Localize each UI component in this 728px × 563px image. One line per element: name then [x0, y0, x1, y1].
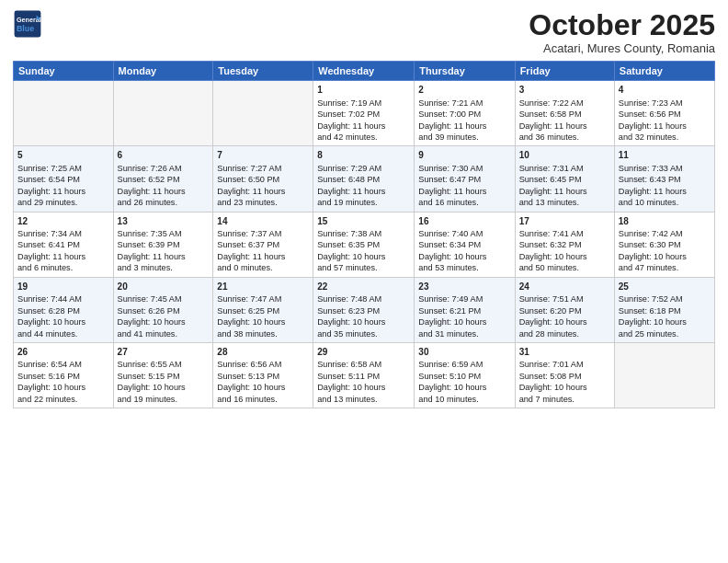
header: General Blue October 2025 Acatari, Mures… [13, 9, 715, 55]
day-info: Sunrise: 7:37 AM [217, 228, 309, 239]
calendar-day: 1Sunrise: 7:19 AMSunset: 7:02 PMDaylight… [313, 81, 415, 146]
day-info: Sunrise: 7:40 AM [418, 228, 510, 239]
day-info: Sunset: 6:45 PM [519, 174, 610, 185]
day-info: Daylight: 11 hours [217, 251, 309, 262]
day-info: Sunset: 6:52 PM [118, 174, 210, 185]
day-info: Sunrise: 7:48 AM [317, 293, 410, 304]
day-info: Daylight: 10 hours [418, 382, 510, 393]
day-number: 27 [118, 346, 210, 359]
day-info: and 16 minutes. [217, 394, 309, 405]
calendar-day: 4Sunrise: 7:23 AMSunset: 6:56 PMDaylight… [614, 81, 714, 146]
calendar: SundayMondayTuesdayWednesdayThursdayFrid… [13, 61, 715, 408]
calendar-day: 13Sunrise: 7:35 AMSunset: 6:39 PMDayligh… [113, 212, 213, 277]
day-number: 15 [317, 215, 410, 228]
day-number: 2 [418, 84, 510, 97]
calendar-day: 7Sunrise: 7:27 AMSunset: 6:50 PMDaylight… [213, 146, 313, 212]
header-day: Saturday [614, 62, 714, 81]
calendar-day: 2Sunrise: 7:21 AMSunset: 7:00 PMDaylight… [415, 81, 515, 146]
header-day: Thursday [415, 62, 515, 81]
day-number: 28 [217, 346, 309, 359]
day-info: Sunset: 6:54 PM [17, 174, 109, 185]
day-info: Sunset: 6:28 PM [17, 305, 109, 316]
day-info: and 38 minutes. [217, 328, 309, 339]
day-info: Sunset: 6:32 PM [519, 239, 610, 250]
calendar-day: 19Sunrise: 7:44 AMSunset: 6:28 PMDayligh… [14, 277, 114, 342]
day-number: 9 [418, 149, 510, 162]
day-info: Sunset: 6:26 PM [118, 305, 210, 316]
day-info: Sunset: 6:30 PM [619, 239, 711, 250]
day-info: Daylight: 11 hours [317, 121, 410, 132]
day-info: Sunset: 7:00 PM [418, 109, 510, 120]
day-info: Sunrise: 7:45 AM [118, 293, 210, 304]
day-info: Sunset: 6:18 PM [619, 305, 711, 316]
day-number: 12 [17, 215, 109, 228]
day-info: Sunset: 5:15 PM [118, 371, 210, 382]
day-info: Daylight: 10 hours [317, 382, 410, 393]
day-info: and 57 minutes. [317, 262, 410, 273]
day-info: Sunset: 6:56 PM [619, 109, 711, 120]
day-info: Sunset: 6:23 PM [317, 305, 410, 316]
day-info: Sunrise: 7:01 AM [519, 359, 610, 370]
day-info: Sunrise: 6:59 AM [418, 359, 510, 370]
day-number: 11 [619, 149, 711, 162]
day-info: Sunrise: 7:49 AM [418, 293, 510, 304]
day-info: and 28 minutes. [519, 328, 610, 339]
svg-text:Blue: Blue [17, 24, 34, 33]
day-info: Sunset: 6:25 PM [217, 305, 309, 316]
day-number: 16 [418, 215, 510, 228]
day-info: Sunrise: 7:26 AM [118, 163, 210, 174]
empty-day [113, 81, 213, 146]
day-number: 22 [317, 281, 410, 293]
day-info: and 53 minutes. [418, 262, 510, 273]
day-info: and 19 minutes. [317, 197, 410, 208]
day-info: Sunrise: 7:47 AM [217, 293, 309, 304]
day-info: Daylight: 11 hours [619, 121, 711, 132]
day-info: and 26 minutes. [118, 197, 210, 208]
day-info: and 23 minutes. [217, 197, 309, 208]
day-number: 4 [619, 84, 711, 97]
day-info: Daylight: 10 hours [418, 316, 510, 327]
day-number: 30 [418, 346, 510, 359]
calendar-day: 21Sunrise: 7:47 AMSunset: 6:25 PMDayligh… [213, 277, 313, 342]
day-number: 19 [17, 281, 109, 293]
empty-day [614, 342, 714, 408]
day-info: Sunrise: 7:44 AM [17, 293, 109, 304]
day-info: and 41 minutes. [118, 328, 210, 339]
day-info: Daylight: 10 hours [17, 316, 109, 327]
day-info: Sunset: 6:50 PM [217, 174, 309, 185]
header-day: Wednesday [313, 62, 415, 81]
logo: General Blue [13, 9, 42, 39]
calendar-day: 23Sunrise: 7:49 AMSunset: 6:21 PMDayligh… [415, 277, 515, 342]
day-info: and 22 minutes. [17, 394, 109, 405]
day-info: Sunrise: 7:42 AM [619, 228, 711, 239]
day-info: and 29 minutes. [17, 197, 109, 208]
month-title: October 2025 [529, 9, 715, 41]
day-info: and 13 minutes. [317, 394, 410, 405]
day-number: 3 [519, 84, 610, 97]
day-info: and 36 minutes. [519, 132, 610, 143]
day-info: Sunrise: 7:25 AM [17, 163, 109, 174]
day-info: Sunrise: 6:56 AM [217, 359, 309, 370]
day-info: Sunset: 7:02 PM [317, 109, 410, 120]
title-block: October 2025 Acatari, Mures County, Roma… [529, 9, 715, 55]
day-info: and 6 minutes. [17, 262, 109, 273]
calendar-day: 24Sunrise: 7:51 AMSunset: 6:20 PMDayligh… [515, 277, 614, 342]
week-row: 5Sunrise: 7:25 AMSunset: 6:54 PMDaylight… [14, 146, 715, 212]
day-info: Sunset: 5:08 PM [519, 371, 610, 382]
day-info: Daylight: 11 hours [217, 186, 309, 197]
calendar-day: 3Sunrise: 7:22 AMSunset: 6:58 PMDaylight… [515, 81, 614, 146]
day-info: Sunrise: 7:23 AM [619, 98, 711, 109]
page: General Blue October 2025 Acatari, Mures… [0, 0, 728, 563]
day-info: Daylight: 10 hours [118, 316, 210, 327]
day-info: Sunrise: 7:27 AM [217, 163, 309, 174]
day-info: Sunrise: 7:19 AM [317, 98, 410, 109]
day-info: Sunset: 6:20 PM [519, 305, 610, 316]
day-number: 8 [317, 149, 410, 162]
day-info: Sunset: 6:34 PM [418, 239, 510, 250]
day-info: Daylight: 11 hours [519, 121, 610, 132]
day-info: Sunset: 6:35 PM [317, 239, 410, 250]
week-row: 26Sunrise: 6:54 AMSunset: 5:16 PMDayligh… [14, 342, 715, 408]
location: Acatari, Mures County, Romania [529, 41, 715, 55]
day-info: Daylight: 11 hours [118, 186, 210, 197]
day-info: and 39 minutes. [418, 132, 510, 143]
